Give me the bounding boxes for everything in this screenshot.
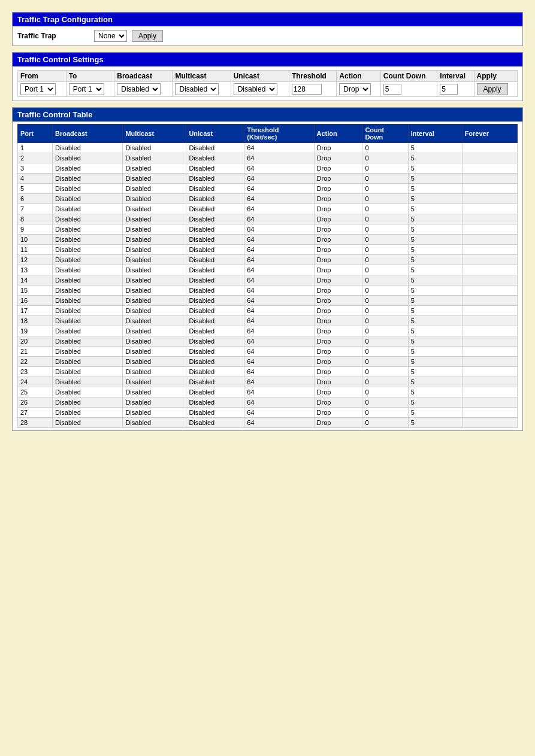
table-cell: 64 (244, 204, 314, 214)
table-cell: 5 (408, 275, 462, 286)
traffic-trap-select[interactable]: None (94, 30, 127, 42)
table-cell: Drop (314, 143, 362, 153)
table-cell: 5 (408, 245, 462, 255)
table-cell: Disabled (186, 418, 244, 428)
table-cell: 5 (408, 326, 462, 336)
table-cell: 1 (18, 143, 53, 153)
table-cell: 64 (244, 286, 314, 296)
table-cell: 5 (408, 316, 462, 326)
table-cell: 5 (408, 153, 462, 163)
table-row: 28DisabledDisabledDisabled64Drop05 (18, 418, 518, 428)
action-select[interactable]: Drop (339, 83, 371, 95)
table-cell: Disabled (186, 326, 244, 336)
table-cell: Disabled (186, 347, 244, 357)
table-cell: 5 (408, 235, 462, 245)
table-cell: 0 (362, 204, 408, 214)
table-cell: 64 (244, 143, 314, 153)
table-cell: Drop (314, 347, 362, 357)
table-cell: 64 (244, 347, 314, 357)
traffic-trap-apply-button[interactable]: Apply (132, 30, 163, 42)
table-cell: 64 (244, 174, 314, 184)
table-cell: 0 (362, 387, 408, 397)
table-cell: 5 (408, 184, 462, 194)
unicast-select[interactable]: Disabled (234, 83, 277, 95)
table-row: 23DisabledDisabledDisabled64Drop05 (18, 367, 518, 377)
table-cell: 0 (362, 367, 408, 377)
table-row: 9DisabledDisabledDisabled64Drop05 (18, 224, 518, 235)
table-cell: 15 (18, 286, 53, 296)
table-cell: 10 (18, 235, 53, 245)
table-cell: Disabled (123, 286, 186, 296)
table-cell: Disabled (123, 204, 186, 214)
table-cell: Disabled (186, 377, 244, 387)
table-cell: Drop (314, 275, 362, 286)
table-cell: 0 (362, 418, 408, 428)
to-select[interactable]: Port 1 (69, 83, 104, 95)
table-cell (462, 153, 517, 163)
col-action: Action (337, 71, 381, 82)
table-cell: 0 (362, 245, 408, 255)
table-cell: 0 (362, 255, 408, 265)
table-cell: 19 (18, 326, 53, 336)
table-cell (462, 163, 517, 174)
threshold-input[interactable] (292, 84, 322, 95)
th-interval: Interval (408, 125, 462, 143)
table-cell: Disabled (123, 275, 186, 286)
table-cell: Disabled (123, 194, 186, 204)
table-cell: 14 (18, 275, 53, 286)
table-row: 8DisabledDisabledDisabled64Drop05 (18, 214, 518, 224)
multicast-select[interactable]: Disabled (175, 83, 219, 95)
interval-input[interactable] (440, 84, 458, 95)
table-cell: Disabled (52, 306, 122, 316)
table-cell: Disabled (123, 418, 186, 428)
settings-apply-button[interactable]: Apply (477, 83, 508, 95)
th-port: Port (18, 125, 53, 143)
table-cell: 64 (244, 184, 314, 194)
table-cell: Disabled (186, 367, 244, 377)
table-cell: Disabled (52, 194, 122, 204)
table-row: 24DisabledDisabledDisabled64Drop05 (18, 377, 518, 387)
table-cell: Disabled (123, 153, 186, 163)
table-cell: 16 (18, 296, 53, 306)
table-cell (462, 286, 517, 296)
table-cell: 5 (408, 418, 462, 428)
table-cell: 5 (408, 377, 462, 387)
table-cell (462, 377, 517, 387)
table-cell: 6 (18, 194, 53, 204)
table-cell: 64 (244, 214, 314, 224)
table-cell: 24 (18, 377, 53, 387)
table-cell: 64 (244, 194, 314, 204)
table-cell: Disabled (123, 357, 186, 367)
table-cell: Disabled (123, 245, 186, 255)
table-cell: Drop (314, 204, 362, 214)
table-cell: 5 (408, 357, 462, 367)
table-row: 22DisabledDisabledDisabled64Drop05 (18, 357, 518, 367)
table-cell: 21 (18, 347, 53, 357)
table-cell: Disabled (186, 408, 244, 418)
table-cell: Disabled (123, 336, 186, 347)
table-cell: Disabled (186, 265, 244, 275)
table-cell (462, 316, 517, 326)
table-cell: 64 (244, 153, 314, 163)
table-cell: 0 (362, 214, 408, 224)
table-cell: Drop (314, 408, 362, 418)
table-cell: Disabled (123, 255, 186, 265)
table-cell (462, 235, 517, 245)
table-cell: Disabled (52, 214, 122, 224)
table-cell: Disabled (123, 143, 186, 153)
table-cell (462, 275, 517, 286)
col-countdown: Count Down (380, 71, 437, 82)
table-cell: Disabled (186, 316, 244, 326)
table-cell: Disabled (123, 224, 186, 235)
from-select[interactable]: Port 1 (20, 83, 56, 95)
table-cell: Disabled (52, 418, 122, 428)
table-cell: Disabled (186, 286, 244, 296)
table-cell: 64 (244, 275, 314, 286)
table-row: 21DisabledDisabledDisabled64Drop05 (18, 347, 518, 357)
countdown-input[interactable] (383, 84, 401, 95)
broadcast-select[interactable]: Disabled (117, 83, 161, 95)
table-cell: 0 (362, 357, 408, 367)
table-cell (462, 224, 517, 235)
table-cell: 0 (362, 184, 408, 194)
table-row: 1DisabledDisabledDisabled64Drop05 (18, 143, 518, 153)
